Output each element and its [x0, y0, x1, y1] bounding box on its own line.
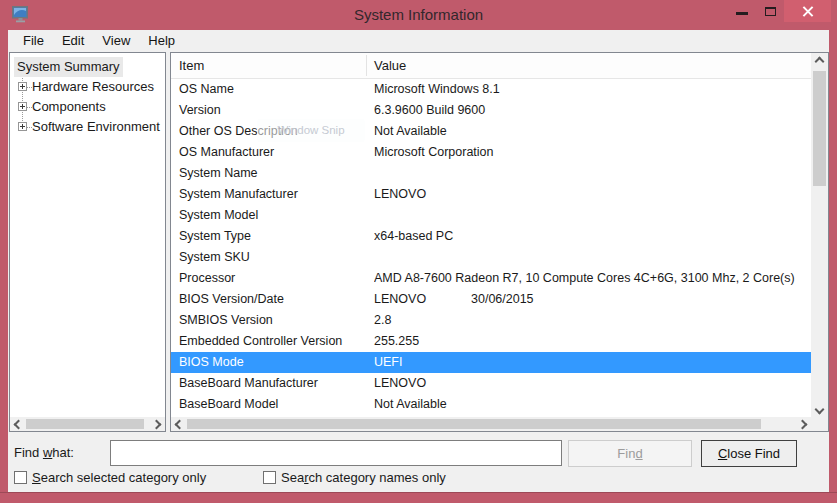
tree-item-label: Components	[32, 97, 106, 117]
tree-hscroll-thumb[interactable]	[26, 419, 144, 429]
menu-item-file[interactable]: File	[14, 30, 53, 52]
row-value: AMD A8-7600 Radeon R7, 10 Compute Cores …	[374, 268, 795, 289]
tree-item-system-summary[interactable]: System Summary	[10, 57, 165, 77]
row-value-cell: Microsoft Corporation	[374, 142, 811, 163]
row-value: UEFI	[374, 352, 471, 373]
checkbox-icon[interactable]	[263, 471, 276, 484]
tree-horizontal-scrollbar[interactable]	[10, 417, 165, 431]
maximize-icon	[765, 7, 776, 16]
find-input[interactable]	[110, 440, 562, 466]
row-item-cell: BaseBoard Manufacturer	[179, 373, 318, 394]
row-item-cell: Version	[179, 100, 221, 121]
table-row[interactable]: Other OS DescriptionNot Available	[171, 121, 811, 142]
search-category-names-checkbox[interactable]: Search category names only	[263, 470, 446, 484]
row-item-cell: Processor	[179, 268, 235, 289]
window-frame-bottom	[0, 492, 837, 503]
maximize-button[interactable]	[756, 0, 784, 22]
row-value: Microsoft Corporation	[374, 142, 494, 163]
row-value-cell: 255.255	[374, 331, 811, 352]
row-value-cell: 2.8	[374, 310, 811, 331]
menu-item-edit[interactable]: Edit	[53, 30, 93, 52]
expand-plus-icon[interactable]	[18, 82, 27, 91]
menu-item-view[interactable]: View	[93, 30, 139, 52]
list-horizontal-scrollbar[interactable]	[171, 417, 811, 431]
find-button[interactable]: Find	[568, 440, 692, 467]
expand-plus-icon[interactable]	[18, 122, 27, 131]
table-row[interactable]: OS NameMicrosoft Windows 8.1	[171, 79, 811, 100]
table-row[interactable]: System ManufacturerLENOVO	[171, 184, 811, 205]
row-item-cell: Other OS Description	[179, 121, 298, 142]
row-item-cell: BaseBoard Model	[179, 394, 278, 415]
minimize-button[interactable]	[728, 0, 756, 22]
table-row[interactable]: System SKU	[171, 247, 811, 268]
find-what-label: Find what:	[14, 445, 74, 460]
table-row[interactable]: BaseBoard ManufacturerLENOVO	[171, 373, 811, 394]
tree-item-hardware-resources[interactable]: Hardware Resources	[10, 77, 165, 97]
row-value-cell: LENOVO	[374, 373, 811, 394]
column-header-value[interactable]: Value	[374, 53, 406, 78]
row-item-cell: System Type	[179, 226, 251, 247]
category-tree-pane: System SummaryHardware ResourcesComponen…	[9, 52, 166, 432]
row-value: Microsoft Windows 8.1	[374, 79, 500, 100]
list-header: Item Value	[171, 53, 811, 79]
list-vscroll-thumb[interactable]	[813, 71, 826, 186]
row-value: LENOVO	[374, 289, 471, 310]
scroll-left-icon[interactable]	[175, 420, 184, 429]
table-row[interactable]: BIOS ModeUEFI	[171, 352, 811, 373]
row-value: x64-based PC	[374, 226, 471, 247]
search-selected-category-checkbox[interactable]: Search selected category only	[14, 470, 206, 484]
row-value: Not Available	[374, 394, 471, 415]
row-value-cell	[374, 205, 811, 226]
column-separator[interactable]	[366, 55, 367, 76]
table-row[interactable]: BaseBoard ModelNot Available	[171, 394, 811, 415]
row-item-cell: OS Manufacturer	[179, 142, 274, 163]
table-row[interactable]: Version6.3.9600 Build 9600	[171, 100, 811, 121]
row-value-cell: Not Available	[374, 121, 811, 142]
row-value-cell	[374, 163, 811, 184]
scroll-up-icon[interactable]	[815, 57, 824, 66]
row-value-cell: x64-based PC	[374, 226, 811, 247]
scroll-down-icon[interactable]	[815, 405, 824, 414]
row-value-secondary: 30/06/2015	[471, 292, 534, 306]
table-row[interactable]: System Model	[171, 205, 811, 226]
table-row[interactable]: OS ManufacturerMicrosoft Corporation	[171, 142, 811, 163]
title-bar[interactable]: System Information	[0, 0, 837, 30]
scroll-right-icon[interactable]	[798, 420, 807, 429]
close-find-button[interactable]: Close Find	[701, 440, 797, 467]
checkbox-icon[interactable]	[14, 471, 27, 484]
tree-item-software-environment[interactable]: Software Environment	[10, 117, 165, 137]
checkbox-label: Search category names only	[281, 470, 446, 485]
tree-item-label: Hardware Resources	[32, 77, 154, 97]
row-value: 6.3.9600 Build 9600	[374, 100, 485, 121]
details-list: OS NameMicrosoft Windows 8.1Version6.3.9…	[171, 79, 811, 415]
close-button[interactable]	[784, 0, 831, 22]
expand-plus-icon[interactable]	[18, 102, 27, 111]
list-vertical-scrollbar[interactable]	[811, 53, 828, 418]
row-value-cell: LENOVO	[374, 184, 811, 205]
row-value-cell	[374, 247, 811, 268]
row-item-cell: System Name	[179, 163, 258, 184]
list-hscroll-thumb[interactable]	[187, 419, 761, 429]
window-title: System Information	[0, 0, 837, 30]
table-row[interactable]: BIOS Version/DateLENOVO30/06/2015	[171, 289, 811, 310]
table-row[interactable]: SMBIOS Version2.8	[171, 310, 811, 331]
row-value: Not Available	[374, 121, 471, 142]
table-row[interactable]: ProcessorAMD A8-7600 Radeon R7, 10 Compu…	[171, 268, 811, 289]
row-item-cell: SMBIOS Version	[179, 310, 273, 331]
scroll-left-icon[interactable]	[14, 420, 23, 429]
minimize-icon	[736, 12, 748, 15]
table-row[interactable]: Embedded Controller Version255.255	[171, 331, 811, 352]
row-value-cell: LENOVO30/06/2015	[374, 289, 811, 310]
table-row[interactable]: System Name	[171, 163, 811, 184]
row-item-cell: OS Name	[179, 79, 234, 100]
row-value: LENOVO	[374, 184, 471, 205]
tree-item-components[interactable]: Components	[10, 97, 165, 117]
column-header-item[interactable]: Item	[179, 53, 204, 78]
scroll-right-icon[interactable]	[152, 420, 161, 429]
client-area: FileEditViewHelp System SummaryHardware …	[8, 30, 829, 492]
menu-item-help[interactable]: Help	[139, 30, 184, 52]
system-information-window: System Information FileEditViewHelp Syst…	[0, 0, 837, 503]
row-item-cell: System Model	[179, 205, 258, 226]
table-row[interactable]: System Typex64-based PC	[171, 226, 811, 247]
tree-item-label: Software Environment	[32, 117, 160, 137]
